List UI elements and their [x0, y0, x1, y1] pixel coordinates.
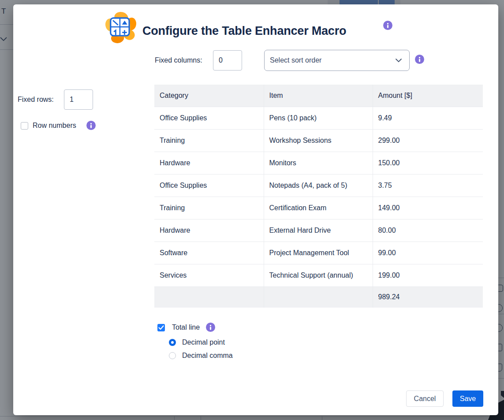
total-line-label: Total line	[172, 323, 200, 332]
table-enhancer-logo-icon	[104, 11, 138, 44]
chevron-down-icon	[395, 58, 402, 63]
sort-order-placeholder: Select sort order	[270, 56, 395, 64]
row-numbers-checkbox[interactable]	[21, 122, 28, 130]
fixed-rows-label: Fixed rows:	[18, 95, 54, 104]
table-row: Office Supplies Pens (10 pack) 9.49	[154, 107, 483, 129]
total-amount: 989.24	[373, 286, 483, 308]
table-row: Training Workshop Sessions 299.00	[154, 129, 483, 152]
sort-order-select[interactable]: Select sort order	[264, 50, 410, 71]
radio-dot	[171, 341, 174, 344]
screen: T	[0, 0, 504, 420]
row-numbers-info-icon[interactable]	[86, 121, 96, 130]
column-header: Amount [$]	[373, 85, 483, 107]
macro-config-dialog: Configure the Table Enhancer Macro Fixed…	[13, 4, 498, 415]
table-row: Services Technical Support (annual) 199.…	[154, 264, 483, 286]
cancel-button[interactable]: Cancel	[406, 390, 444, 407]
table-total-row: 989.24	[154, 286, 483, 308]
table-row: Hardware External Hard Drive 80.00	[154, 219, 483, 242]
fixed-columns-label: Fixed columns:	[155, 56, 202, 65]
table-header-row: Category Item Amount [$]	[154, 85, 483, 107]
column-header: Category	[154, 85, 264, 107]
save-button[interactable]: Save	[452, 390, 483, 407]
table-row: Hardware Monitors 150.00	[154, 152, 483, 174]
title-info-icon[interactable]	[383, 21, 392, 30]
table-row: Training Certification Exam 149.00	[154, 197, 483, 219]
decimal-point-radio[interactable]	[169, 339, 176, 346]
check-icon	[158, 325, 164, 330]
total-line-info-icon[interactable]	[206, 323, 215, 332]
row-numbers-label: Row numbers	[33, 121, 76, 130]
preview-table: Category Item Amount [$] Office Supplies…	[154, 85, 483, 308]
table-row: Software Project Management Tool 99.00	[154, 242, 483, 264]
fixed-rows-input[interactable]	[64, 89, 93, 110]
decimal-comma-label: Decimal comma	[182, 351, 233, 360]
dialog-title: Configure the Table Enhancer Macro	[142, 23, 346, 39]
fixed-columns-input[interactable]	[213, 50, 242, 71]
sort-order-info-icon[interactable]	[415, 55, 424, 64]
decimal-point-label: Decimal point	[182, 338, 225, 347]
total-line-checkbox[interactable]	[157, 324, 165, 331]
decimal-comma-radio[interactable]	[169, 352, 176, 359]
table-row: Office Supplies Notepads (A4, pack of 5)…	[154, 174, 483, 197]
column-header: Item	[264, 85, 373, 107]
